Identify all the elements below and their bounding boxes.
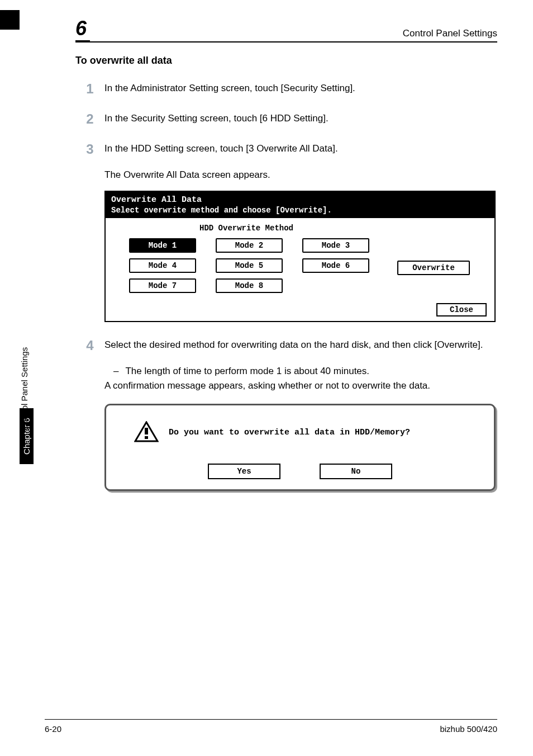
step-2: 2 In the Security Setting screen, touch … [75,109,497,129]
dialog-text: Do you want to overwrite all data in HDD… [169,428,410,437]
step-3-subtext: The Overwrite All Data screen appears. [104,169,497,181]
step-text: Select the desired method for overwritin… [104,336,497,352]
overwrite-button[interactable]: Overwrite [397,261,470,275]
mode-1-button[interactable]: Mode 1 [129,238,196,253]
step-1: 1 In the Administrator Setting screen, t… [75,79,497,99]
bullet-text: The length of time to perform mode 1 is … [125,366,369,377]
sidebar-section: Control Panel Settings [20,347,29,431]
page-number: 6-20 [45,724,61,734]
step-number: 3 [75,139,104,159]
method-label: HDD Overwrite Method [112,224,380,233]
mode-7-button[interactable]: Mode 7 [129,278,196,293]
mode-5-button[interactable]: Mode 5 [216,258,283,273]
product-name: bizhub 500/420 [440,724,497,734]
mode-2-button[interactable]: Mode 2 [216,238,283,253]
step-text: In the Administrator Setting screen, tou… [104,79,497,96]
svg-rect-1 [145,428,148,434]
page-title: Control Panel Settings [403,28,497,39]
step-4-bullet: – The length of time to perform mode 1 i… [104,366,497,377]
mode-6-button[interactable]: Mode 6 [302,258,369,273]
step-text: In the HDD Setting screen, touch [3 Over… [104,139,497,156]
screen-title: Overwrite All Data [106,192,494,206]
page-header: 6 Control Panel Settings [75,17,497,42]
confirmation-dialog: Do you want to overwrite all data in HDD… [104,404,496,491]
screen-subtitle: Select overwrite method and choose [Over… [106,206,494,218]
dialog-yes-button[interactable]: Yes [208,464,280,479]
step-number: 2 [75,109,104,129]
sidebar-section-label: Control Panel Settings [20,347,29,431]
warning-icon [134,421,159,443]
overwrite-all-data-screen: Overwrite All Data Select overwrite meth… [104,191,496,322]
step-number: 4 [75,336,104,356]
section-title: To overwrite all data [75,55,497,67]
page-footer: 6-20 bizhub 500/420 [45,719,497,734]
step-text: In the Security Setting screen, touch [6… [104,109,497,126]
svg-rect-2 [145,436,148,439]
mode-3-button[interactable]: Mode 3 [302,238,369,253]
page-tab [0,10,20,30]
chapter-number: 6 [75,17,90,42]
mode-8-button[interactable]: Mode 8 [216,278,283,293]
step-number: 1 [75,79,104,99]
step-4: 4 Select the desired method for overwrit… [75,336,497,356]
dialog-no-button[interactable]: No [320,464,392,479]
mode-4-button[interactable]: Mode 4 [129,258,196,273]
bullet-dash: – [113,366,118,377]
step-3: 3 In the HDD Setting screen, touch [3 Ov… [75,139,497,159]
step-4-followup: A confirmation message appears, asking w… [104,380,497,391]
close-button[interactable]: Close [436,303,487,316]
